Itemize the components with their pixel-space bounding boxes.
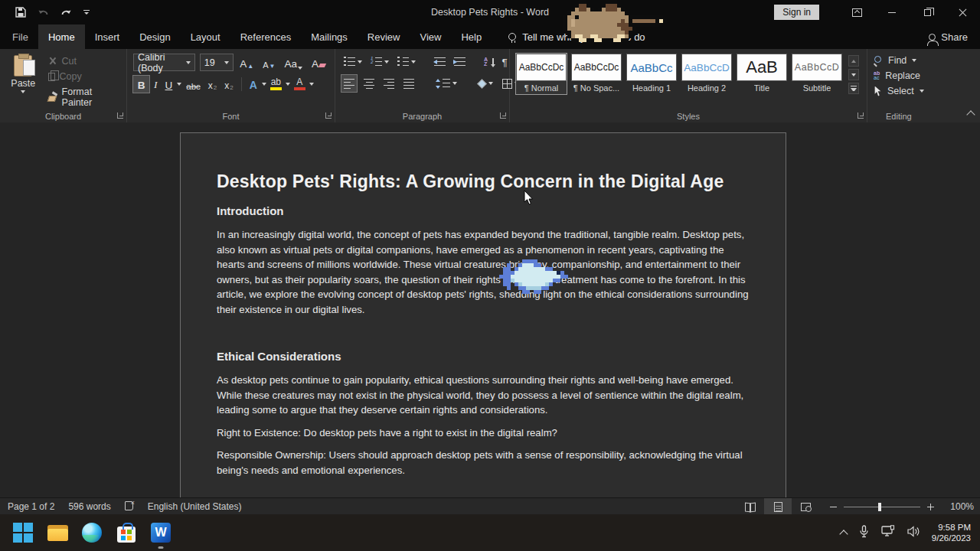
multilevel-list-button[interactable] [395, 54, 418, 70]
word-count[interactable]: 596 words [68, 501, 110, 512]
chevron-down-icon[interactable] [309, 83, 314, 86]
share-button[interactable]: Share [929, 24, 968, 49]
clear-formatting-button[interactable]: A [309, 54, 328, 71]
document-paragraph[interactable]: Right to Existence: Do desktop pets have… [217, 425, 753, 441]
subscript-button[interactable]: x2 [205, 76, 220, 93]
shading-button[interactable] [475, 75, 495, 92]
customize-quick-access-icon[interactable] [83, 10, 90, 15]
tab-insert[interactable]: Insert [85, 24, 130, 49]
sign-in-button[interactable]: Sign in [774, 5, 819, 20]
styles-more-button[interactable] [848, 83, 859, 94]
style-subtitle[interactable]: AaBbCcD Subtitle [792, 54, 842, 94]
zoom-level[interactable]: 100% [942, 501, 974, 512]
style-heading-2[interactable]: AaBbCcD Heading 2 [681, 54, 732, 94]
strikethrough-button[interactable]: abc [183, 76, 204, 93]
shrink-font-button[interactable]: A▼ [260, 54, 278, 71]
close-button[interactable] [945, 0, 980, 24]
italic-button[interactable]: I [151, 76, 161, 93]
decrease-indent-button[interactable] [432, 54, 448, 70]
styles-scroll-down-button[interactable] [848, 69, 859, 80]
styles-dialog-launcher[interactable] [858, 112, 864, 119]
save-icon[interactable] [15, 7, 26, 18]
zoom-out-button[interactable] [830, 507, 837, 507]
style-no-spacing[interactable]: AaBbCcDc ¶ No Spac... [571, 54, 622, 94]
align-right-button[interactable] [381, 75, 397, 92]
styles-scroll-up-button[interactable] [848, 55, 859, 67]
tab-help[interactable]: Help [451, 24, 492, 49]
read-mode-button[interactable] [737, 498, 764, 515]
document-paragraph[interactable]: Responsible Ownership: Users should appr… [217, 448, 753, 478]
document-page[interactable]: Desktop Pets' Rights: A Growing Concern … [180, 132, 786, 497]
zoom-slider-thumb[interactable] [878, 503, 881, 511]
grow-font-button[interactable]: A▲ [237, 54, 256, 71]
microsoft-store-button[interactable] [116, 522, 137, 543]
line-spacing-button[interactable] [432, 75, 459, 92]
font-dialog-launcher[interactable] [325, 112, 332, 119]
proofing-errors-icon[interactable] [125, 502, 134, 511]
tab-file[interactable]: File [2, 24, 38, 49]
paragraph-dialog-launcher[interactable] [500, 112, 506, 119]
tab-review[interactable]: Review [358, 24, 410, 49]
align-center-button[interactable] [361, 75, 377, 92]
file-explorer-button[interactable] [47, 522, 68, 543]
ribbon-display-options-button[interactable] [839, 0, 874, 24]
print-layout-button[interactable] [764, 498, 792, 515]
select-button[interactable]: Select [874, 86, 974, 96]
start-button[interactable] [12, 522, 34, 543]
tab-design[interactable]: Design [129, 24, 180, 49]
chevron-down-icon[interactable] [177, 83, 181, 86]
undo-icon[interactable] [38, 8, 49, 18]
justify-button[interactable] [401, 75, 416, 92]
document-title[interactable]: Desktop Pets' Rights: A Growing Concern … [217, 171, 752, 192]
document-heading-ethical[interactable]: Ethical Considerations [217, 350, 752, 363]
bold-button[interactable]: B [133, 76, 149, 93]
bullets-button[interactable] [341, 54, 364, 70]
document-canvas[interactable]: Desktop Pets' Rights: A Growing Concern … [0, 122, 980, 497]
text-highlight-button[interactable]: ab [268, 77, 284, 91]
copy-button[interactable]: Copy [48, 71, 120, 82]
web-layout-button[interactable] [792, 498, 819, 515]
find-button[interactable]: Find [874, 55, 974, 66]
edge-browser-button[interactable] [81, 522, 103, 543]
tab-mailings[interactable]: Mailings [301, 24, 358, 49]
volume-tray-icon[interactable] [907, 526, 920, 540]
document-paragraph[interactable]: As desktop pets continue to gain popular… [217, 373, 753, 418]
font-color-button[interactable]: A [292, 77, 308, 91]
style-normal[interactable]: AaBbCcDc ¶ Normal [516, 54, 567, 94]
taskbar-clock[interactable]: 9:58 PM 9/26/2023 [932, 522, 971, 543]
tell-me-box[interactable]: Tell me what you want to do [508, 24, 645, 49]
redo-icon[interactable] [60, 8, 72, 18]
show-hidden-icons-button[interactable] [839, 530, 848, 538]
text-effects-button[interactable]: A [247, 76, 260, 93]
show-paragraph-marks-button[interactable]: ¶ [500, 54, 510, 70]
network-tray-icon[interactable] [881, 525, 896, 540]
font-size-select[interactable]: 19 [200, 54, 234, 71]
align-left-button[interactable] [341, 75, 357, 92]
chevron-down-icon[interactable] [262, 83, 266, 86]
tab-view[interactable]: View [410, 24, 451, 49]
format-painter-button[interactable]: Format Painter [48, 86, 120, 108]
cut-button[interactable]: Cut [48, 56, 120, 67]
tab-references[interactable]: References [230, 24, 301, 49]
change-case-button[interactable]: Aa [281, 54, 305, 71]
zoom-in-button[interactable] [927, 504, 934, 510]
document-paragraph[interactable]: In an increasingly digital world, the co… [217, 227, 753, 317]
style-title[interactable]: AaB Title [737, 54, 787, 94]
replace-button[interactable]: abacReplace [874, 70, 974, 81]
microphone-tray-icon[interactable] [858, 525, 870, 541]
tab-home[interactable]: Home [38, 24, 85, 49]
font-name-select[interactable]: Calibri (Body [133, 54, 195, 71]
restore-button[interactable] [910, 0, 945, 24]
superscript-button[interactable]: x2 [221, 76, 236, 93]
increase-indent-button[interactable] [452, 54, 468, 70]
tab-layout[interactable]: Layout [181, 24, 230, 49]
paste-button[interactable]: Paste [6, 54, 41, 108]
style-heading-1[interactable]: AaBbCc Heading 1 [626, 54, 677, 94]
zoom-slider[interactable] [844, 507, 920, 507]
word-taskbar-button[interactable]: W [150, 522, 172, 543]
document-heading-introduction[interactable]: Introduction [217, 204, 752, 217]
language-indicator[interactable]: English (United States) [148, 501, 242, 512]
chevron-down-icon[interactable] [286, 83, 290, 86]
page-indicator[interactable]: Page 1 of 2 [8, 501, 54, 512]
sort-button[interactable]: AZ [482, 54, 496, 70]
